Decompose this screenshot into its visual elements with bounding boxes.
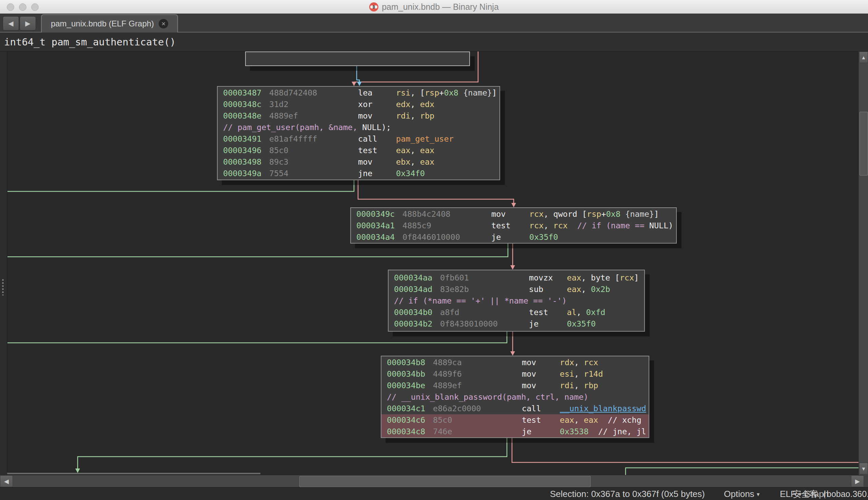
token-num: 0x2b bbox=[591, 285, 610, 294]
disasm-row[interactable]: 00003487488d742408learsi, [rsp+0x8 {name… bbox=[218, 87, 499, 99]
disasm-row[interactable]: 000034ad83e82bsubeax, 0x2b bbox=[389, 284, 644, 295]
token-reg: rcx bbox=[553, 221, 568, 230]
basic-block-3487[interactable]: 00003487488d742408learsi, [rsp+0x8 {name… bbox=[217, 86, 500, 180]
disasm-row[interactable]: 0000348c31d2xoredx, edx bbox=[218, 99, 499, 110]
token: 85c0 bbox=[269, 145, 289, 156]
disasm-row[interactable]: 00003491e81af4ffffcallpam_get_user bbox=[218, 133, 499, 145]
left-splitter-gutter[interactable] bbox=[0, 52, 7, 475]
tab-bar: ◀ ▶ pam_unix.bndb (ELF Graph) ✕ bbox=[0, 13, 868, 33]
token: 4889ef bbox=[269, 110, 298, 122]
token: e81af4ffff bbox=[269, 133, 317, 145]
scroll-left-icon: ◀ bbox=[4, 478, 9, 485]
vertical-scrollbar-thumb[interactable] bbox=[859, 112, 868, 175]
token: mov bbox=[358, 156, 372, 168]
token-reg: eax bbox=[420, 146, 434, 155]
token: test bbox=[358, 145, 377, 156]
horizontal-scrollbar[interactable]: ◀ ▶ bbox=[0, 475, 868, 487]
disasm-row[interactable]: 000034c8746eje0x3538 // jne, jl bbox=[381, 426, 649, 438]
comment-row[interactable]: // __unix_blank_password(pamh, ctrl, nam… bbox=[381, 391, 649, 403]
tab-pam-unix-elf-graph[interactable]: pam_unix.bndb (ELF Graph) ✕ bbox=[41, 14, 178, 33]
token-imp: __unix_blankpasswd bbox=[560, 404, 646, 413]
forward-arrow-icon: ▶ bbox=[25, 19, 30, 27]
operand-tokens: eax, byte [rcx] bbox=[567, 272, 639, 284]
horizontal-scrollbar-thumb[interactable] bbox=[299, 476, 591, 487]
disasm-row[interactable]: 000034be4889efmovrdi, rbp bbox=[381, 380, 649, 391]
token-reg: eax bbox=[560, 415, 574, 425]
token: 000034b0 bbox=[394, 307, 432, 318]
operand-tokens: pam_get_user bbox=[396, 133, 454, 145]
splitter-handle-dots-icon[interactable] bbox=[1, 278, 4, 295]
token: 4889ca bbox=[433, 357, 462, 368]
token-pun: , bbox=[574, 381, 583, 390]
basic-block-34b8[interactable]: 000034b84889camovrdx, rcx000034bb4489f6m… bbox=[381, 356, 649, 438]
token-num: 0x3538 bbox=[560, 427, 589, 436]
token-reg: rsi bbox=[396, 88, 410, 98]
back-arrow-icon: ◀ bbox=[8, 19, 13, 27]
disasm-row[interactable]: 0000349889c3movebx, eax bbox=[218, 156, 499, 168]
disasm-row[interactable]: 000034c685c0testeax, eax // xchg bbox=[381, 414, 649, 426]
token: 000034ad bbox=[394, 284, 432, 295]
token: 00003487 bbox=[223, 87, 261, 99]
function-header: int64_t pam_sm_authenticate() bbox=[0, 33, 868, 52]
token-pun: , bbox=[410, 146, 420, 155]
token-pun: + bbox=[439, 88, 444, 98]
token-reg: rbp bbox=[584, 381, 598, 390]
token-reg: rsp bbox=[587, 209, 601, 219]
operand-tokens: ebx, eax bbox=[396, 156, 434, 168]
token-reg: rdi bbox=[560, 381, 574, 390]
binary-ninja-window: { "window": {"title": "pam_unix.bndb — B… bbox=[0, 0, 868, 500]
options-label: Options bbox=[724, 489, 754, 499]
basic-block-34aa[interactable]: 000034aa0fb601movzxeax, byte [rcx]000034… bbox=[388, 270, 645, 332]
token-reg: edx bbox=[420, 100, 434, 109]
token-pun: + bbox=[601, 209, 606, 219]
disasm-row[interactable]: 000034c1e86a2c0000call__unix_blankpasswd bbox=[381, 403, 649, 414]
token-reg: rdi bbox=[396, 111, 410, 121]
token-com: // __unix_blank_password(pamh, ctrl, nam… bbox=[387, 392, 588, 402]
comment-row[interactable]: // pam_get_user(pamh, &name, NULL); bbox=[218, 122, 499, 133]
token: 4885c9 bbox=[402, 220, 431, 231]
token: lea bbox=[358, 87, 372, 99]
disasm-row[interactable]: 0000349a7554jne0x34f0 bbox=[218, 168, 499, 179]
disasm-row[interactable]: 000034b0a8fdtestal, 0xfd bbox=[389, 307, 644, 318]
partial-basic-block-top[interactable] bbox=[245, 52, 470, 66]
tab-close-icon[interactable]: ✕ bbox=[159, 19, 168, 29]
vertical-scrollbar[interactable]: ▲ ▼ bbox=[858, 52, 868, 475]
token-call: pam_get_user bbox=[396, 134, 454, 144]
token-pun: , bbox=[576, 308, 586, 317]
disasm-row[interactable]: 000034a14885c9testrcx, rcx // if (name =… bbox=[351, 220, 676, 231]
disasm-row[interactable]: 0000348e4889efmovrdi, rbp bbox=[218, 110, 499, 122]
token: 00003498 bbox=[223, 156, 261, 168]
scroll-right-button[interactable]: ▶ bbox=[851, 475, 864, 487]
token-pun: , bbox=[410, 157, 420, 167]
disasm-row[interactable]: 0000349c488b4c2408movrcx, qword [rsp+0x8… bbox=[351, 208, 676, 220]
nav-forward-button[interactable]: ▶ bbox=[20, 16, 36, 31]
token: xor bbox=[358, 99, 372, 110]
disasm-row[interactable]: 000034aa0fb601movzxeax, byte [rcx] bbox=[389, 272, 644, 284]
disasm-row[interactable]: 000034b84889camovrdx, rcx bbox=[381, 357, 649, 368]
token-var: {name} bbox=[625, 209, 654, 219]
token-pun: , byte [ bbox=[581, 273, 620, 283]
disasm-row[interactable]: 000034b20f8438010000je0x35f0 bbox=[389, 318, 644, 330]
token: a8fd bbox=[440, 307, 459, 318]
disasm-row[interactable]: 000034a40f8446010000je0x35f0 bbox=[351, 231, 676, 243]
basic-block-349c[interactable]: 0000349c488b4c2408movrcx, qword [rsp+0x8… bbox=[350, 207, 677, 243]
token-pun: , bbox=[581, 285, 591, 294]
token-pun: // jne, jl bbox=[589, 427, 646, 436]
token-num: 0xfd bbox=[586, 308, 605, 317]
disasm-row[interactable]: 0000349685c0testeax, eax bbox=[218, 145, 499, 156]
scroll-up-button[interactable]: ▲ bbox=[859, 52, 868, 63]
operand-tokens: esi, r14d bbox=[560, 368, 603, 380]
token: 0f8438010000 bbox=[440, 318, 498, 330]
operand-tokens: 0x35f0 bbox=[529, 231, 558, 243]
nav-back-button[interactable]: ◀ bbox=[3, 16, 19, 31]
comment-row[interactable]: // if (*name == '+' || *name == '-') bbox=[389, 295, 644, 307]
token: je bbox=[522, 426, 531, 438]
token: 000034bb bbox=[387, 368, 425, 380]
scroll-down-button[interactable]: ▼ bbox=[859, 463, 868, 474]
disasm-row[interactable]: 000034bb4489f6movesi, r14d bbox=[381, 368, 649, 380]
token-pun: , bbox=[574, 415, 583, 425]
options-menu[interactable]: Options ▾ bbox=[724, 488, 759, 499]
token: 746e bbox=[433, 426, 452, 438]
scroll-left-button[interactable]: ◀ bbox=[0, 475, 13, 487]
token-com: // if (name == bbox=[577, 221, 649, 230]
